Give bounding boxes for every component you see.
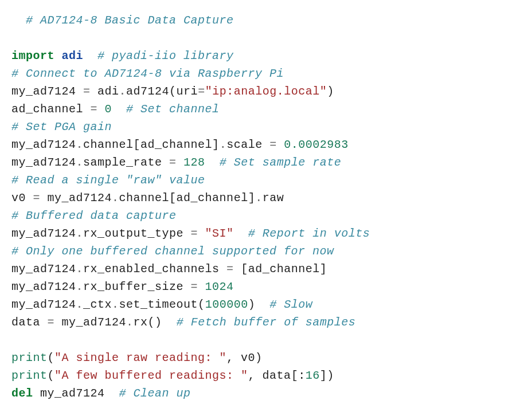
code-line: # Set PGA gain [11, 120, 112, 134]
code-line: import adi # pyadi-iio library [11, 49, 234, 62]
code-line: my_ad7124.rx_output_type = "SI" # Report… [11, 227, 370, 240]
code-line: print("A single raw reading: ", v0) [11, 351, 263, 364]
code-line: # Connect to AD7124-8 via Raspberry Pi [11, 67, 284, 80]
code-line: my_ad7124._ctx.set_timeout(100000) # Slo… [11, 298, 312, 311]
code-line: v0 = my_ad7124.channel[ad_channel].raw [11, 191, 284, 205]
code-line: my_ad7124.sample_rate = 128 # Set sample… [11, 156, 341, 169]
code-line: # AD7124-8 Basic Data Capture [11, 14, 234, 27]
code-line: # Only one buffered channel supported fo… [11, 245, 334, 258]
code-line: del my_ad7124 # Clean up [11, 387, 191, 400]
code-line: my_ad7124.channel[ad_channel].scale = 0.… [11, 138, 349, 151]
code-line: my_ad7124.rx_enabled_channels = [ad_chan… [11, 262, 327, 276]
code-line: print("A few buffered readings: ", data[… [11, 369, 334, 382]
code-line: # Buffered data capture [11, 209, 177, 222]
code-block: # AD7124-8 Basic Data Capture import adi… [11, 11, 505, 402]
code-line: data = my_ad7124.rx() # Fetch buffer of … [11, 316, 355, 329]
code-line: ad_channel = 0 # Set channel [11, 103, 220, 116]
code-line: my_ad7124 = adi.ad7124(uri="ip:analog.lo… [11, 85, 334, 98]
code-line: # Read a single "raw" value [11, 174, 205, 187]
code-line: my_ad7124.rx_buffer_size = 1024 [11, 280, 234, 293]
